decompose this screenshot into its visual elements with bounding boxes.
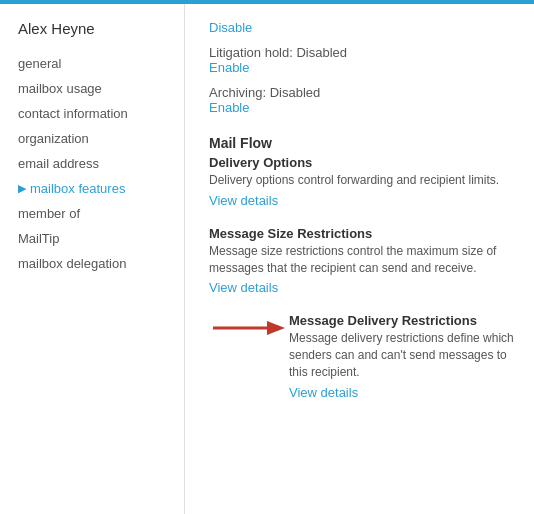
archiving-label: Archiving: Disabled bbox=[209, 85, 514, 100]
sidebar-item-contact-information[interactable]: contact information bbox=[0, 101, 184, 126]
message-size-desc: Message size restrictions control the ma… bbox=[209, 243, 514, 277]
sidebar-item-organization[interactable]: organization bbox=[0, 126, 184, 151]
sidebar-item-mailbox-usage[interactable]: mailbox usage bbox=[0, 76, 184, 101]
sidebar-item-label: mailbox features bbox=[30, 181, 125, 196]
sidebar-item-label: organization bbox=[18, 131, 89, 146]
litigation-hold-link[interactable]: Enable bbox=[209, 60, 249, 75]
message-delivery-desc: Message delivery restrictions define whi… bbox=[289, 330, 514, 380]
message-delivery-sub: Message Delivery Restrictions bbox=[289, 313, 514, 328]
sidebar-item-mailbox-features[interactable]: ▶ mailbox features bbox=[0, 176, 184, 201]
sidebar-arrow-icon: ▶ bbox=[18, 182, 26, 195]
sidebar-item-email-address[interactable]: email address bbox=[0, 151, 184, 176]
message-size-link[interactable]: View details bbox=[209, 280, 278, 295]
litigation-hold-label: Litigation hold: Disabled bbox=[209, 45, 514, 60]
red-arrow-annotation bbox=[209, 315, 289, 341]
sidebar-item-label: MailTip bbox=[18, 231, 59, 246]
sidebar-item-label: email address bbox=[18, 156, 99, 171]
sidebar-item-label: contact information bbox=[18, 106, 128, 121]
main-content: Disable Litigation hold: Disabled Enable… bbox=[185, 4, 534, 514]
disable-section: Disable bbox=[209, 20, 514, 35]
svg-marker-1 bbox=[267, 321, 285, 335]
archiving-link[interactable]: Enable bbox=[209, 100, 249, 115]
delivery-options-desc: Delivery options control forwarding and … bbox=[209, 172, 514, 189]
message-delivery-content: Message Delivery Restrictions Message de… bbox=[289, 313, 514, 399]
disable-link[interactable]: Disable bbox=[209, 20, 252, 35]
sidebar-item-member-of[interactable]: member of bbox=[0, 201, 184, 226]
sidebar-item-label: mailbox delegation bbox=[18, 256, 126, 271]
mailflow-header: Mail Flow bbox=[209, 135, 514, 151]
message-size-group: Message Size Restrictions Message size r… bbox=[209, 226, 514, 296]
message-delivery-row: Message Delivery Restrictions Message de… bbox=[209, 313, 514, 399]
red-arrow-icon bbox=[209, 315, 287, 341]
sidebar: Alex Heyne generalmailbox usagecontact i… bbox=[0, 4, 185, 514]
sidebar-item-mailtip[interactable]: MailTip bbox=[0, 226, 184, 251]
sidebar-item-label: member of bbox=[18, 206, 80, 221]
sidebar-title: Alex Heyne bbox=[0, 20, 184, 51]
message-delivery-group: Message Delivery Restrictions Message de… bbox=[209, 313, 514, 399]
sidebar-item-general[interactable]: general bbox=[0, 51, 184, 76]
message-size-sub: Message Size Restrictions bbox=[209, 226, 514, 241]
delivery-options-sub: Delivery Options bbox=[209, 155, 514, 170]
sidebar-item-label: mailbox usage bbox=[18, 81, 102, 96]
sidebar-item-label: general bbox=[18, 56, 61, 71]
main-container: Alex Heyne generalmailbox usagecontact i… bbox=[0, 4, 534, 514]
message-delivery-link[interactable]: View details bbox=[289, 385, 358, 400]
litigation-hold-section: Litigation hold: Disabled Enable bbox=[209, 45, 514, 75]
delivery-options-group: Delivery Options Delivery options contro… bbox=[209, 155, 514, 208]
sidebar-item-mailbox-delegation[interactable]: mailbox delegation bbox=[0, 251, 184, 276]
delivery-options-link[interactable]: View details bbox=[209, 193, 278, 208]
archiving-section: Archiving: Disabled Enable bbox=[209, 85, 514, 115]
